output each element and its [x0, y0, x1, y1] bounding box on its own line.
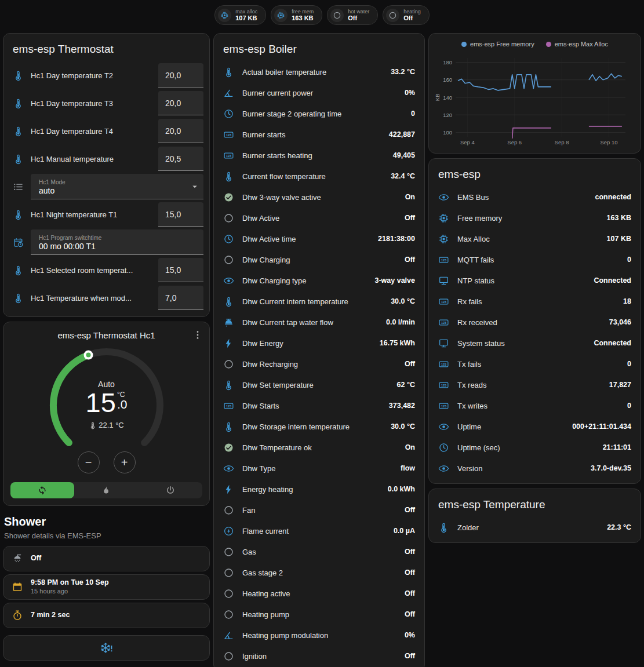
boiler-card: ems-esp Boiler Actual boiler temperature…	[213, 33, 425, 667]
entity-row[interactable]: 123 Rx received 73,046	[429, 312, 641, 333]
entity-row[interactable]: Dhw Active Off	[214, 207, 424, 228]
entity-row[interactable]: Free memory 163 KB	[429, 207, 641, 228]
status-badge[interactable]: free mem 163 KB	[271, 5, 322, 25]
thermostat-setting-row: Hc1 Program switchtime 00 mo 00:00 T1 Hc…	[3, 228, 209, 256]
entity-row[interactable]: NTP status Connected	[429, 270, 641, 291]
svg-text:123: 123	[441, 383, 446, 387]
shower-card[interactable]: 9:58 PM on Tue 10 Sep 15 hours ago	[3, 574, 210, 600]
entity-row[interactable]: Flame current 0.0 µA	[214, 520, 424, 541]
entity-row[interactable]: Dhw Current intern temperature 30.0 °C	[214, 291, 424, 312]
entity-row[interactable]: Burner stage 2 operating time 0	[214, 103, 424, 124]
entity-value: 0	[627, 256, 631, 264]
shower-card[interactable]: 7 min 2 sec	[3, 603, 210, 628]
target-temp-decimal: .0	[117, 398, 128, 410]
entity-row[interactable]: Heating pump Off	[214, 604, 424, 625]
number-input[interactable]: 20,0	[158, 119, 203, 143]
entity-row[interactable]: 123 Burner starts heating 49,405	[214, 145, 424, 166]
entity-label: Actual boiler temperature	[242, 68, 383, 76]
entity-row[interactable]: Energy heating 0.0 kWh	[214, 479, 424, 500]
thermostat-dial[interactable]: Auto 15 °C .0 22.1 °C	[43, 341, 170, 465]
entity-row[interactable]: Fan Off	[214, 500, 424, 520]
entity-row[interactable]: Dhw Temperature ok On	[214, 437, 424, 458]
entity-label: Dhw Recharging	[242, 360, 396, 369]
entity-row[interactable]: Heating pump modulation 0%	[214, 625, 424, 646]
entity-row[interactable]: Dhw Recharging Off	[214, 353, 424, 374]
number-input[interactable]: 15,0	[158, 258, 203, 282]
badge-value: 107 KB	[235, 14, 257, 22]
entity-value: Connected	[594, 276, 631, 285]
entity-row[interactable]: Dhw Current tap water flow 0.0 l/min	[214, 312, 424, 333]
entity-row[interactable]: Dhw Type flow	[214, 458, 424, 479]
number-input[interactable]: 20,5	[158, 147, 203, 171]
entity-value: 0%	[405, 89, 415, 97]
entity-label: Dhw 3-way valve active	[242, 193, 397, 202]
entity-row[interactable]: Zolder 22.3 °C	[429, 517, 641, 538]
number-input[interactable]: 7,0	[158, 286, 203, 310]
number-input[interactable]: 20,0	[158, 91, 203, 115]
more-menu-icon[interactable]	[192, 329, 203, 341]
entity-icon	[13, 209, 24, 220]
entity-row[interactable]: Ignition Off	[214, 646, 424, 666]
temp-decrease-button[interactable]: −	[78, 451, 100, 473]
entity-value: 73,046	[609, 318, 631, 326]
select-input[interactable]: Hc1 Mode auto	[31, 174, 203, 199]
temp-increase-button[interactable]: +	[114, 451, 136, 473]
entity-row[interactable]: Uptime 000+21:11:01.434	[429, 416, 641, 437]
entity-row[interactable]: Gas stage 2 Off	[214, 562, 424, 583]
system-card: ems-esp EMS Bus connected Free memory 16…	[428, 158, 641, 484]
entity-row[interactable]: Uptime (sec) 21:11:01	[429, 437, 641, 458]
shower-card[interactable]: Off	[3, 546, 210, 571]
entity-icon	[438, 421, 449, 432]
mode-auto-button[interactable]	[10, 482, 74, 498]
badge-text: hot water Off	[348, 9, 369, 22]
entity-row[interactable]: Dhw Storage intern temperature 30.0 °C	[214, 416, 424, 437]
number-value: 20,0	[165, 99, 181, 108]
entity-row[interactable]: 123 Burner starts 422,887	[214, 124, 424, 145]
status-badge[interactable]: max alloc 107 KB	[214, 5, 266, 25]
entity-row[interactable]: EMS Bus connected	[429, 187, 641, 207]
entity-label: Dhw Type	[242, 464, 392, 473]
entity-value: 0%	[405, 631, 415, 639]
entity-row[interactable]: 123 Dhw Starts 373,482	[214, 395, 424, 416]
entity-label: Heating active	[242, 589, 396, 598]
entity-row[interactable]: 123 MQTT fails 0	[429, 249, 641, 270]
entity-row[interactable]: Actual boiler temperature 33.2 °C	[214, 61, 424, 82]
number-input[interactable]: 20,0	[158, 63, 203, 88]
entity-row[interactable]: Version 3.7.0-dev.35	[429, 458, 641, 479]
entity-value: 2181:38:00	[378, 235, 415, 243]
entity-row[interactable]: System status Connected	[429, 333, 641, 353]
entity-label: NTP status	[457, 276, 585, 285]
entity-row[interactable]: Dhw Charging type 3-way valve	[214, 270, 424, 291]
entity-row[interactable]: Max Alloc 107 KB	[429, 228, 641, 249]
entity-row[interactable]: 123 Tx reads 17,827	[429, 374, 641, 395]
select-input[interactable]: Hc1 Program switchtime 00 mo 00:00 T1	[31, 229, 203, 255]
entity-row[interactable]: Dhw Active time 2181:38:00	[214, 228, 424, 249]
entity-row[interactable]: Dhw Charging Off	[214, 249, 424, 270]
frost-card[interactable]	[3, 635, 210, 661]
entity-row[interactable]: Gas Off	[214, 541, 424, 562]
entity-row[interactable]: Dhw Set temperature 62 °C	[214, 374, 424, 395]
svg-text:Sep 8: Sep 8	[555, 139, 569, 145]
status-badge[interactable]: heating Off	[383, 5, 430, 25]
number-input[interactable]: 15,0	[158, 202, 203, 227]
entity-row[interactable]: Dhw 3-way valve active On	[214, 187, 424, 207]
entity-row[interactable]: Dhw Energy 16.75 kWh	[214, 333, 424, 353]
entity-row[interactable]: Heating active Off	[214, 583, 424, 604]
mode-off-button[interactable]	[139, 482, 202, 498]
badge-value: Off	[348, 14, 369, 22]
entity-row[interactable]: Burner current power 0%	[214, 82, 424, 103]
mode-heat-button[interactable]	[74, 482, 138, 498]
legend-item[interactable]: ems-esp Free memory	[461, 41, 534, 48]
entity-row[interactable]: Current flow temperature 32.4 °C	[214, 166, 424, 187]
status-badge[interactable]: hot water Off	[327, 5, 378, 25]
entity-row[interactable]: 123 Tx writes 0	[429, 395, 641, 416]
badge-text: free mem 163 KB	[292, 9, 314, 22]
badge-icon	[274, 9, 288, 22]
entity-row[interactable]: 123 Rx fails 18	[429, 291, 641, 312]
legend-item[interactable]: ems-esp Max Alloc	[546, 41, 608, 48]
entity-value: 16.75 kWh	[380, 339, 415, 347]
thermostat-setting-row: Hc1 Day temperature T3 20,0 Hc1 Day temp…	[3, 89, 209, 117]
entity-label: Energy heating	[242, 485, 380, 494]
entity-row[interactable]: 123 Tx fails 0	[429, 353, 641, 374]
entity-icon	[223, 275, 234, 286]
